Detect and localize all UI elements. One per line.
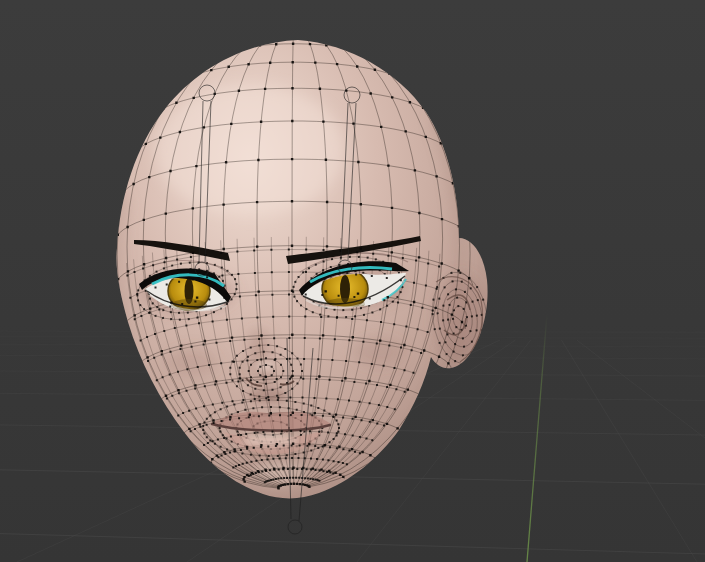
3d-viewport[interactable] xyxy=(0,0,705,562)
